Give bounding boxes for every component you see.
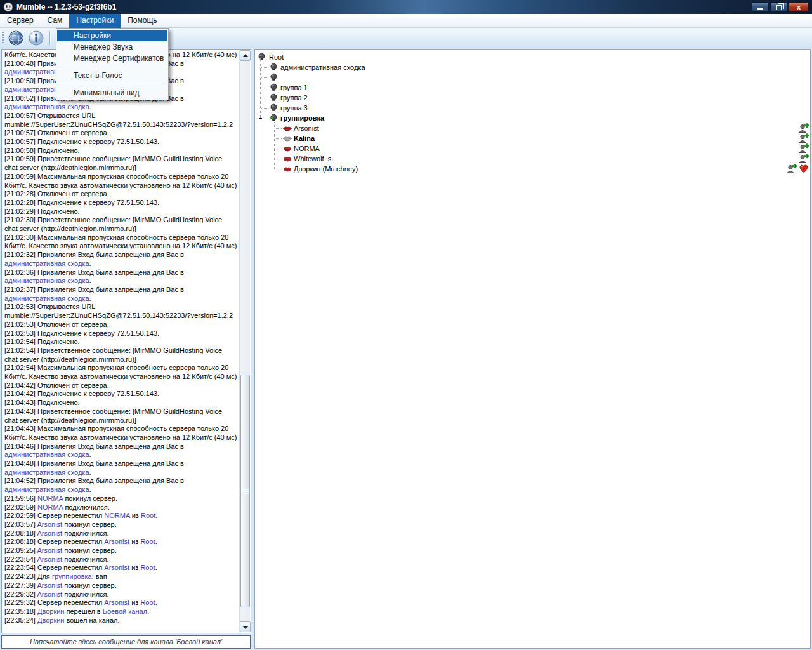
tree-connector <box>260 58 261 118</box>
log-link[interactable]: административная сходка <box>4 486 89 493</box>
menu-item-minimal-view[interactable]: Минимальный вид <box>57 87 167 98</box>
menu-item-audio-manager[interactable]: Менеджер Звука <box>57 41 167 53</box>
log-link[interactable]: Arsonist <box>37 581 62 589</box>
log-entry: [21:00:57] Отключен от сервера. <box>4 129 237 138</box>
log-entry: [21:02:54] Подключено. <box>4 338 237 347</box>
menubar-item-settings[interactable]: Настройки <box>69 14 121 28</box>
chat-message-input[interactable]: Напечатайте здесь сообщение для канала '… <box>1 635 251 649</box>
log-text: [21:02:30] Максимальная пропускная спосо… <box>4 234 237 250</box>
menu-item-text-to-speech[interactable]: Текст-в-Голос <box>57 70 167 81</box>
log-text: . <box>155 599 157 606</box>
log-link[interactable]: Root <box>140 538 155 545</box>
log-entry: [21:00:58] Подключено. <box>4 147 237 156</box>
log-link[interactable]: Arsonist <box>104 564 129 571</box>
restore-button[interactable] <box>770 2 787 12</box>
log-text: [21:00:58] Подключено. <box>4 147 80 154</box>
user-row-kalina[interactable]: Kalina <box>255 133 810 143</box>
mumble-window: { "window": { "title": "Mumble -- 1.2.3-… <box>0 0 812 650</box>
toolbar-drag-handle[interactable] <box>2 32 4 44</box>
tree-connector <box>275 138 282 139</box>
log-text: [21:02:53] Отключен от сервера. <box>4 321 109 328</box>
log-link[interactable]: Дворкин <box>37 607 64 615</box>
connect-server-button[interactable] <box>8 30 24 46</box>
scrollbar-thumb[interactable] <box>240 375 250 607</box>
log-link[interactable]: административная сходка <box>4 260 89 267</box>
log-link[interactable]: NORMA <box>37 503 63 511</box>
user-row-norma[interactable]: NORMA <box>255 143 810 154</box>
log-text: [22:29:32] <box>4 590 37 598</box>
channel-row-gruppa-1[interactable]: группа 1 <box>255 83 810 93</box>
log-link[interactable]: NORMA <box>104 512 129 519</box>
log-link[interactable]: Arsonist <box>37 529 62 537</box>
menu-item-settings[interactable]: Настройки <box>57 30 167 41</box>
log-link[interactable]: Arsonist <box>37 590 62 598</box>
log-text: [21:02:30] Приветственное сообщение: [Mi… <box>4 216 222 232</box>
minimize-button[interactable] <box>752 2 769 12</box>
log-text: . <box>89 468 91 476</box>
menu-separator <box>58 84 166 84</box>
channel-label: Root <box>269 52 284 62</box>
user-label: Whitewolf_s <box>294 154 331 164</box>
log-link[interactable]: Дворкин <box>37 616 64 624</box>
tree-connector <box>275 128 282 129</box>
menubar-item-server[interactable]: Сервер <box>0 14 41 28</box>
log-link[interactable]: Root <box>141 512 155 519</box>
server-information-button[interactable] <box>28 30 44 46</box>
menu-item-certificate-manager[interactable]: Менеджер Сертификатов <box>57 53 167 64</box>
log-entry: [21:04:42] Подключение к серверу 72.51.5… <box>4 390 237 399</box>
log-link[interactable]: Боевой канал <box>103 607 147 615</box>
log-entry: [21:02:28] Отключен от сервера. <box>4 190 237 199</box>
log-entry: [22:03:57] Arsonist покинул сервер. <box>4 521 237 529</box>
user-row-dvorkin[interactable]: Дворкин (Mrachney) <box>255 164 810 174</box>
scroll-up-button[interactable] <box>240 50 251 61</box>
channel-row-adm-shodka[interactable]: административная сходка <box>255 62 810 72</box>
log-text: . <box>155 564 157 571</box>
close-button[interactable]: x <box>789 2 809 12</box>
log-scrollbar[interactable] <box>239 50 250 632</box>
channel-row-root[interactable]: Root <box>255 52 810 62</box>
log-link[interactable]: Arsonist <box>104 538 129 545</box>
log-text: [21:02:54] Максимальная пропускная спосо… <box>4 364 237 380</box>
log-link[interactable]: административная сходка <box>4 468 89 476</box>
menubar-item-help[interactable]: Помощь <box>121 14 164 28</box>
log-link[interactable]: Arsonist <box>37 521 62 528</box>
log-link[interactable]: NORMA <box>37 494 63 502</box>
log-link[interactable]: Root <box>140 564 155 571</box>
log-text: [22:35:18] <box>4 607 37 615</box>
user-row-whitewolf[interactable]: Whitewolf_s <box>255 154 810 164</box>
log-link[interactable]: административная сходка <box>4 277 89 284</box>
log-text: [22:08:18] <box>4 529 37 537</box>
log-link[interactable]: Arsonist <box>104 599 129 606</box>
not-talking-icon <box>283 136 292 142</box>
tree-connector <box>261 108 268 109</box>
log-text: . <box>89 486 91 493</box>
channel-icon <box>258 53 266 61</box>
user-row-arsonist[interactable]: Arsonist <box>255 123 810 133</box>
channel-label: Боевой канал <box>280 72 325 83</box>
log-text: [21:00:59] Приветственное сообщение: [Mi… <box>4 155 222 171</box>
log-entry: [21:02:30] Максимальная пропускная спосо… <box>4 234 237 251</box>
log-entry: [21:02:53] Открывается URL mumble://Supe… <box>4 303 237 320</box>
log-link[interactable]: административная сходка <box>4 295 89 302</box>
log-link[interactable]: Arsonist <box>37 547 62 554</box>
log-text: вошел на канал. <box>64 616 119 624</box>
log-view[interactable]: Кбит/с. Качество звука автоматически уст… <box>3 50 239 632</box>
menubar-item-self[interactable]: Сам <box>41 14 70 28</box>
scroll-down-button[interactable] <box>240 621 251 632</box>
log-link[interactable]: Arsonist <box>37 555 62 563</box>
registered-user-icon <box>799 154 809 164</box>
channel-row-boevoy-kanal[interactable]: Боевой канал <box>255 72 810 83</box>
channel-row-gruppirovka[interactable]: группировка <box>255 113 810 123</box>
log-link[interactable]: административная сходка <box>4 451 89 458</box>
log-link[interactable]: группировка <box>52 573 92 580</box>
log-text: [22:03:57] <box>4 521 37 528</box>
log-link[interactable]: административная сходка <box>4 103 89 110</box>
log-text: подключился. <box>63 503 109 511</box>
log-entry: [21:02:28] Подключение к серверу 72.51.5… <box>4 199 237 208</box>
channel-row-gruppa-2[interactable]: группа 2 <box>255 93 810 103</box>
talking-icon <box>283 166 292 172</box>
log-text: [21:02:28] Отключен от сервера. <box>4 190 109 197</box>
log-link[interactable]: Root <box>140 599 155 606</box>
log-text: [21:00:57] Подключение к серверу 72.51.5… <box>4 138 159 145</box>
channel-row-gruppa-3[interactable]: группа 3 <box>255 103 810 113</box>
